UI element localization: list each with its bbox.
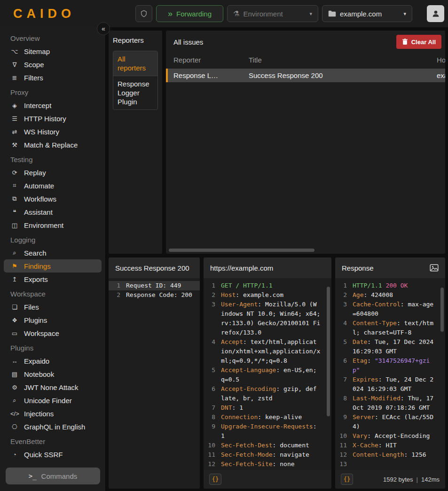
sidebar-item-expaido[interactable]: ↔Expaido <box>4 354 102 367</box>
proxy-shield-button[interactable] <box>135 5 152 22</box>
magnifier-icon: ⌕ <box>10 397 19 404</box>
collapse-chevrons-icon: « <box>102 25 105 32</box>
code-token: none <box>280 460 294 468</box>
finding-detail-title: Success Response 200 <box>109 257 200 278</box>
line-number: 6 <box>206 384 215 403</box>
sidebar-item-findings[interactable]: ⚑Findings <box>4 259 102 273</box>
commands-button[interactable]: >_ Commands <box>6 468 100 484</box>
sidebar-item-automate[interactable]: ⌗Automate <box>4 179 102 192</box>
sidebar-item-injections[interactable]: </>Injections <box>4 407 102 420</box>
sidebar-item-plugins[interactable]: ❖Plugins <box>4 313 102 327</box>
sidebar-item-replay[interactable]: ⟳Replay <box>4 166 102 179</box>
sidebar-item-ws-history[interactable]: ⇄WS History <box>4 125 102 138</box>
sitemap-icon: ⌥ <box>10 48 19 55</box>
sidebar-item-label: Quick SSRF <box>24 451 63 459</box>
user-avatar-button[interactable] <box>427 5 444 22</box>
code-line: 2Host: example.com <box>204 290 331 300</box>
sidebar-item-environment[interactable]: ◫Environment <box>4 218 102 232</box>
reporters-list: All reportersResponse Logger Plugin <box>113 51 158 110</box>
line-number: 8 <box>206 413 215 422</box>
code-token: DNT <box>221 404 232 411</box>
clear-all-button[interactable]: Clear All <box>396 35 441 49</box>
code-token: Sec-Fetch-Dest <box>221 442 273 449</box>
code-line: 1GET / HTTP/1.1 <box>204 281 331 290</box>
forwarding-button[interactable]: » Forwarding <box>156 5 223 22</box>
code-line: 12Content-Length: 1256 <box>335 450 445 460</box>
code-token: : <box>378 442 386 449</box>
sidebar-item-filters[interactable]: ≣Filters <box>4 71 102 84</box>
line-number: 3 <box>206 300 215 337</box>
line-content: X-Cache: HIT <box>353 441 437 450</box>
line-number: 8 <box>338 394 347 413</box>
sidebar-item-graphql-in-english[interactable]: ⎔GraphQL in English <box>4 420 102 433</box>
sidebar-item-intercept[interactable]: ◈Intercept <box>4 99 102 112</box>
code-token: : <box>404 451 412 458</box>
sidebar-item-notebook[interactable]: ▤Notebook <box>4 367 102 381</box>
raw-json-toggle-button[interactable]: {} <box>209 474 221 485</box>
vertical-scrollbar-thumb[interactable] <box>327 287 330 416</box>
sidebar-item-exports[interactable]: ↥Exports <box>4 273 102 286</box>
chevron-down-icon: ▾ <box>403 11 406 17</box>
sidebar-item-quick-ssrf[interactable]: ◔Quick SSRF <box>4 448 102 461</box>
sidebar-item-files[interactable]: ❏Files <box>4 300 102 313</box>
main-content: Reporters All reportersResponse Logger P… <box>106 27 448 491</box>
line-number: 7 <box>338 375 347 394</box>
sidebar-item-workspace[interactable]: ▭Workspace <box>4 327 102 340</box>
line-number: 3 <box>338 300 347 319</box>
reporter-item-response-logger-plugin[interactable]: Response Logger Plugin <box>113 76 157 109</box>
sidebar-item-search[interactable]: ⌕Search <box>4 246 102 259</box>
code-token: 1256 <box>411 451 426 458</box>
hexagon-icon: ⎔ <box>10 423 19 430</box>
code-line: 7Expires: Tue, 24 Dec 2024 16:29:03 GMT <box>335 375 445 394</box>
replay-icon: ⟳ <box>10 169 19 176</box>
code-token: Accept-Encoding <box>375 432 430 439</box>
nav-section-overview: Overview <box>0 30 105 45</box>
line-number: 13 <box>338 460 347 469</box>
issues-panel: All issues Clear All Reporter <box>166 31 445 254</box>
sidebar-item-scope[interactable]: ∇Scope <box>4 58 102 71</box>
sidebar-item-match-replace[interactable]: ⚒Match & Replace <box>4 138 102 151</box>
project-dropdown[interactable]: example.com ▾ <box>322 5 412 22</box>
response-meta: 1592 bytes | 142ms <box>383 476 440 483</box>
raw-json-toggle-button[interactable]: {} <box>341 474 353 485</box>
sidebar-item-label: Injections <box>24 410 54 418</box>
line-number: 4 <box>206 337 215 366</box>
nav-section-evenbetter: EvenBetter <box>0 433 105 448</box>
reporter-item-all-reporters[interactable]: All reporters <box>113 51 157 76</box>
caido-logo: CAIDO <box>13 7 75 21</box>
line-number: 10 <box>338 431 347 441</box>
sidebar-item-assistant[interactable]: ❝Assistant <box>4 205 102 218</box>
issue-row[interactable]: Response Logger PluginSuccess Response 2… <box>166 69 445 82</box>
sidebar-item-unicode-finder[interactable]: ⌕Unicode Finder <box>4 394 102 407</box>
line-content <box>353 460 437 469</box>
environment-dropdown[interactable]: ⚗ Environment ▾ <box>227 5 318 22</box>
horizontal-scrollbar-thumb[interactable] <box>169 249 314 252</box>
line-number: 1 <box>111 281 120 290</box>
nav-section-workspace: Workspace <box>0 286 105 300</box>
topbar: CAIDO » Forwarding ⚗ Environment ▾ <box>0 0 448 28</box>
code-line: 6Etag: "3147526947+gzip" <box>335 356 445 375</box>
code-line: 9Server: ECAcc (lac/55D4) <box>335 413 445 431</box>
vertical-scrollbar-thumb[interactable] <box>440 288 444 332</box>
sidebar-item-label: Workspace <box>24 329 59 337</box>
workflows-icon: ⧉ <box>10 195 19 203</box>
nav-section-plugins: Plugins <box>0 340 105 354</box>
code-token: GET / HTTP/1.1 <box>221 282 273 289</box>
sidebar-item-http-history[interactable]: ☰HTTP History <box>4 112 102 125</box>
issue-reporter-cell: Response Logger Plugin <box>173 71 249 79</box>
sidebar-item-sitemap[interactable]: ⌥Sitemap <box>4 45 102 58</box>
image-preview-icon[interactable] <box>430 264 439 272</box>
intercept-icon: ◈ <box>10 102 19 109</box>
column-header-title: Title <box>249 56 437 64</box>
fast-forward-icon: » <box>168 9 173 18</box>
code-token: : <box>367 338 375 345</box>
code-token: : <box>375 413 382 421</box>
sidebar-item-label: Scope <box>24 61 44 69</box>
sidebar-item-jwt-none-attack[interactable]: ⚙JWT None Attack <box>4 381 102 394</box>
notebook-icon: ▤ <box>10 371 19 378</box>
line-number: 1 <box>206 281 215 290</box>
findings-top-row: Reporters All reportersResponse Logger P… <box>109 31 445 254</box>
sidebar-collapse-button[interactable]: « <box>97 22 110 35</box>
sidebar-item-workflows[interactable]: ⧉Workflows <box>4 192 102 205</box>
code-token: Date <box>353 338 367 345</box>
